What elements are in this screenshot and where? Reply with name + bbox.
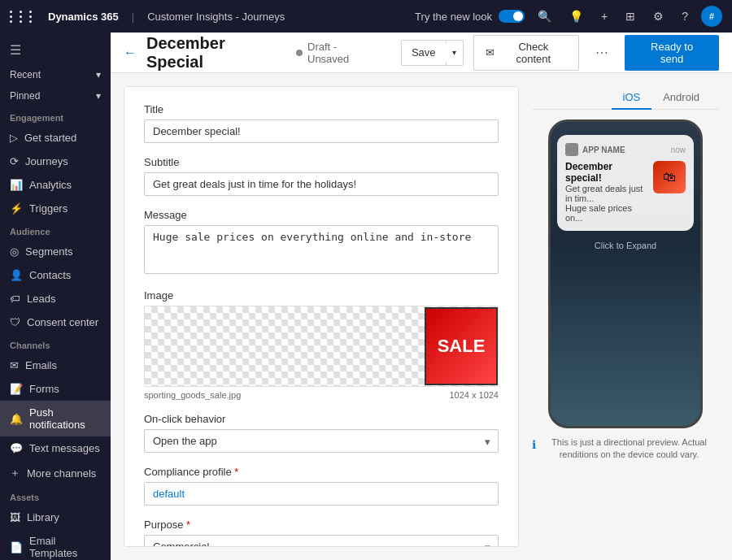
subtitle-input[interactable]: [144, 172, 499, 196]
message-label: Message: [144, 209, 499, 221]
phone-mockup: APP NAME now December special! Get great…: [548, 119, 703, 428]
preview-panel: iOS Android APP NAME now: [532, 86, 719, 547]
image-field: Image SALE sporting_goods_sale.jpg 1024 …: [144, 289, 499, 400]
sidebar-item-journeys[interactable]: ⟳ Journeys: [0, 150, 111, 173]
save-button[interactable]: Save: [402, 41, 446, 63]
emails-icon: ✉: [10, 359, 19, 371]
journeys-icon: ⟳: [10, 155, 19, 167]
phone-screen: APP NAME now December special! Get great…: [551, 122, 700, 426]
hamburger-menu[interactable]: ☰: [0, 36, 111, 64]
library-icon: 🖼: [10, 511, 20, 523]
form-panel: Title Subtitle Message Huge sale prices …: [124, 86, 519, 547]
tab-ios[interactable]: iOS: [612, 86, 652, 110]
email-icon: ✉: [486, 46, 495, 59]
sidebar-item-triggers[interactable]: ⚡ Triggers: [0, 197, 111, 220]
try-new-look-section: Try the new look: [415, 10, 525, 23]
get-started-icon: ▷: [10, 132, 18, 144]
save-control: Save ▾: [401, 40, 464, 66]
sidebar-item-push-notifications[interactable]: 🔔 Push notifications: [0, 401, 111, 436]
sidebar-item-label: Journeys: [25, 155, 68, 167]
new-look-toggle[interactable]: [499, 10, 525, 23]
message-textarea[interactable]: Huge sale prices on everything online an…: [144, 225, 499, 274]
filter-icon[interactable]: ⊞: [621, 10, 640, 23]
pinned-section[interactable]: Pinned ▾: [0, 85, 111, 106]
settings-icon[interactable]: ⚙: [648, 10, 669, 23]
pinned-label: Pinned: [10, 90, 40, 102]
recent-chevron: ▾: [96, 69, 101, 80]
image-upload-area[interactable]: SALE: [144, 306, 499, 387]
sidebar-item-label: Forms: [29, 383, 59, 395]
more-options-button[interactable]: ⋯: [589, 40, 615, 65]
sale-image: SALE: [425, 307, 498, 385]
notification-card: APP NAME now December special! Get great…: [557, 135, 694, 231]
check-content-button[interactable]: ✉ Check content: [473, 35, 579, 71]
page-title: December Special: [146, 34, 286, 72]
lightbulb-icon[interactable]: 💡: [564, 10, 588, 23]
purpose-select-wrap: Commercial: [144, 535, 499, 547]
sidebar-item-more-channels[interactable]: ＋ More channels: [0, 460, 111, 486]
try-new-look-label: Try the new look: [415, 11, 492, 23]
compliance-input[interactable]: [144, 482, 499, 506]
product-name: Customer Insights - Journeys: [147, 11, 285, 23]
preview-note: ℹ This is just a directional preview. Ac…: [532, 436, 719, 462]
sidebar-item-leads[interactable]: 🏷 Leads: [0, 287, 111, 310]
sidebar-item-emails[interactable]: ✉ Emails: [0, 354, 111, 377]
triggers-icon: ⚡: [10, 202, 23, 215]
sidebar-item-label: Segments: [25, 245, 73, 258]
body-area: Title Subtitle Message Huge sale prices …: [111, 73, 732, 560]
help-icon[interactable]: ?: [677, 10, 693, 23]
status-text: Draft - Unsaved: [307, 41, 381, 65]
sidebar-item-label: Consent center: [27, 316, 98, 328]
image-filename: sporting_goods_sale.jpg: [144, 390, 241, 400]
engagement-section-label: Engagement: [0, 106, 111, 126]
app-icon: [565, 143, 578, 156]
sidebar-item-label: Library: [27, 511, 59, 523]
title-input[interactable]: [144, 119, 499, 143]
sidebar-item-label: Contacts: [29, 269, 71, 281]
push-notifications-icon: 🔔: [10, 413, 23, 425]
sidebar-item-forms[interactable]: 📝 Forms: [0, 377, 111, 401]
status-badge: Draft - Unsaved: [296, 41, 381, 65]
sidebar-item-consent-center[interactable]: 🛡 Consent center: [0, 310, 111, 334]
sidebar-item-library[interactable]: 🖼 Library: [0, 506, 111, 529]
notif-title: December special!: [565, 161, 647, 184]
sidebar-item-email-templates[interactable]: 📄 Email Templates: [0, 529, 111, 560]
avatar[interactable]: #: [701, 6, 722, 27]
compliance-label: Compliance profile: [144, 466, 499, 478]
notif-time: now: [671, 145, 686, 154]
onclick-label: On-click behavior: [144, 413, 499, 425]
sidebar-item-contacts[interactable]: 👤 Contacts: [0, 263, 111, 287]
apps-icon[interactable]: [10, 11, 37, 23]
save-dropdown-button[interactable]: ▾: [446, 43, 463, 62]
plus-icon[interactable]: +: [596, 10, 612, 23]
leads-icon: 🏷: [10, 293, 20, 305]
sidebar-item-label: Emails: [25, 359, 57, 371]
image-dimensions: 1024 x 1024: [449, 390, 499, 400]
sidebar-item-text-messages[interactable]: 💬 Text messages: [0, 436, 111, 460]
back-button[interactable]: ←: [124, 46, 137, 60]
recent-label: Recent: [10, 69, 41, 80]
message-field: Message Huge sale prices on everything o…: [144, 209, 499, 276]
sidebar-item-get-started[interactable]: ▷ Get started: [0, 126, 111, 150]
onclick-select-wrap: Open the app: [144, 429, 499, 453]
app-name: APP NAME: [582, 145, 671, 154]
subtitle-label: Subtitle: [144, 156, 499, 168]
sidebar-item-segments[interactable]: ◎ Segments: [0, 240, 111, 263]
ready-to-send-button[interactable]: Ready to send: [625, 35, 719, 71]
info-icon: ℹ: [532, 437, 536, 454]
sidebar-item-label: Get started: [24, 132, 76, 144]
sidebar-item-label: Push notifications: [29, 406, 101, 431]
sidebar-item-label: More channels: [27, 467, 96, 480]
image-label: Image: [144, 289, 499, 302]
search-icon[interactable]: 🔍: [533, 10, 556, 23]
recent-section[interactable]: Recent ▾: [0, 64, 111, 85]
title-label: Title: [144, 103, 499, 115]
sidebar-item-analytics[interactable]: 📊 Analytics: [0, 173, 111, 197]
contacts-icon: 👤: [10, 269, 23, 281]
consent-icon: 🛡: [10, 316, 20, 328]
click-to-expand: Click to Expand: [557, 241, 694, 250]
purpose-select[interactable]: Commercial: [144, 535, 499, 547]
tab-android[interactable]: Android: [651, 86, 711, 110]
onclick-select[interactable]: Open the app: [144, 429, 499, 453]
purpose-label: Purpose: [144, 519, 499, 531]
